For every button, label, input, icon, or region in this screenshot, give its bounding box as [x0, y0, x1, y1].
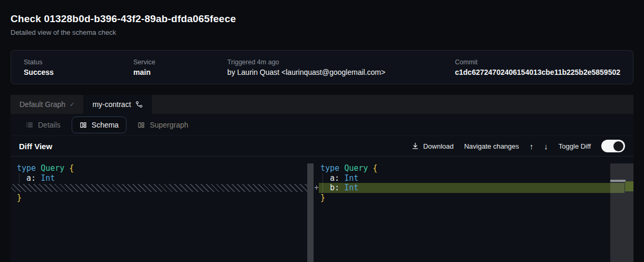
- tab-supergraph[interactable]: Supergraph: [130, 117, 196, 133]
- summary-field: Commitc1dc62724702406154013cbe11b225b2e5…: [455, 59, 620, 76]
- graph-tab-label: my-contract: [92, 100, 131, 109]
- check-icon: ✓: [70, 101, 74, 108]
- diff-toolbar: Diff View Download Navigate changes ↑ ↓ …: [11, 136, 633, 157]
- after-code: type Query { a: Int b: Int}: [314, 157, 633, 202]
- list-icon: [26, 121, 33, 129]
- page-header: Check 01328b0d-b396-43f2-89ab-dfda065fee…: [0, 0, 644, 37]
- tab-schema[interactable]: Schema: [72, 117, 126, 133]
- diff-toolbar-actions: Download Navigate changes ↑ ↓ Toggle Dif…: [412, 140, 625, 152]
- code-token: Int: [344, 173, 358, 183]
- graph-tab-my-contract[interactable]: my-contract: [83, 95, 151, 114]
- summary-field-value: c1dc62724702406154013cbe11b225b2e5859502: [455, 68, 620, 76]
- graph-tab-bar: Default Graph✓my-contract: [11, 95, 633, 114]
- arrow-down-icon: ↓: [544, 142, 548, 151]
- view-tab-label: Details: [38, 121, 61, 129]
- code-token: {: [69, 163, 74, 173]
- summary-field-label: Status: [24, 59, 133, 66]
- page-title: Check 01328b0d-b396-43f2-89ab-dfda065fee…: [11, 13, 633, 25]
- code-token: a:: [17, 173, 41, 183]
- code-line: type Query {: [320, 163, 633, 173]
- graph-tab-label: Default Graph: [19, 100, 65, 109]
- indent-guide: [19, 173, 19, 183]
- check-summary-card: StatusSuccessServicemainTriggered 4m ago…: [11, 50, 633, 84]
- overview-ruler-added-mark: [625, 181, 633, 191]
- panels-icon: [138, 121, 145, 129]
- code-token: }: [17, 193, 22, 202]
- previous-change-button[interactable]: ↑: [530, 142, 534, 151]
- code-token: Int: [41, 173, 55, 183]
- toggle-diff-label: Toggle Diff: [559, 142, 591, 150]
- code-token: Query: [41, 163, 69, 173]
- tab-details[interactable]: Details: [18, 117, 69, 133]
- code-token: {: [373, 163, 377, 173]
- arrow-up-icon: ↑: [530, 142, 534, 151]
- left-pane-scrollbar[interactable]: [307, 163, 314, 262]
- code-token: type: [320, 163, 344, 173]
- summary-field-value: Success: [24, 68, 133, 76]
- navigate-changes-button[interactable]: Navigate changes: [464, 142, 519, 150]
- code-line: }: [320, 193, 633, 203]
- toggle-diff-knob: [613, 141, 623, 151]
- code-line: a: Int: [17, 173, 314, 183]
- graph-tab-default-graph[interactable]: Default Graph✓: [11, 95, 83, 114]
- summary-field-label: Commit: [455, 59, 620, 66]
- summary-field-label: Triggered 4m ago: [227, 59, 455, 66]
- code-token: Int: [344, 183, 358, 192]
- diff-pane-before: type Query { a: Int}: [11, 157, 314, 262]
- summary-field-label: Service: [133, 59, 227, 66]
- indent-guide: [323, 173, 323, 193]
- compare-icon: [135, 101, 143, 108]
- schema-diff-editor: type Query { a: Int} + type Query { a: I…: [11, 157, 633, 262]
- view-tab-label: Supergraph: [150, 121, 188, 129]
- minimap-slider: [610, 180, 626, 182]
- code-line: type Query {: [17, 163, 314, 173]
- panels-icon: [80, 121, 87, 129]
- download-label: Download: [423, 142, 454, 150]
- summary-field: Servicemain: [133, 59, 227, 76]
- code-token: a:: [320, 173, 344, 183]
- download-icon: [412, 142, 419, 150]
- next-change-button[interactable]: ↓: [544, 142, 548, 151]
- summary-field: StatusSuccess: [24, 59, 133, 76]
- before-code: type Query { a: Int}: [11, 157, 314, 202]
- summary-field-value: by Laurin Quast <laurinquast@googlemail.…: [227, 68, 455, 76]
- navigate-changes-label: Navigate changes: [464, 142, 519, 150]
- summary-field-value: main: [133, 68, 227, 76]
- code-token: b:: [320, 183, 344, 192]
- toggle-diff-switch[interactable]: [601, 140, 625, 152]
- diff-pane-after: + type Query { a: Int b: Int}: [314, 157, 633, 262]
- code-line: a: Int: [320, 173, 633, 183]
- added-line-marker: +: [314, 183, 319, 193]
- code-token: }: [320, 193, 325, 202]
- code-line: }: [17, 193, 314, 203]
- page-subtitle: Detailed view of the schema check: [11, 28, 633, 37]
- diff-view-title: Diff View: [19, 142, 52, 151]
- view-tab-label: Schema: [92, 121, 119, 129]
- schema-check-page: Check 01328b0d-b396-43f2-89ab-dfda065fee…: [0, 0, 644, 262]
- summary-field: Triggered 4m agoby Laurin Quast <laurinq…: [227, 59, 455, 76]
- code-token: Query: [344, 163, 373, 173]
- download-button[interactable]: Download: [412, 142, 454, 150]
- view-tab-bar: DetailsSchemaSupergraph: [11, 114, 633, 136]
- diff-placeholder-row: [11, 184, 307, 192]
- minimap[interactable]: [610, 163, 633, 262]
- code-token: type: [17, 163, 41, 173]
- added-code-line: b: Int: [319, 183, 625, 193]
